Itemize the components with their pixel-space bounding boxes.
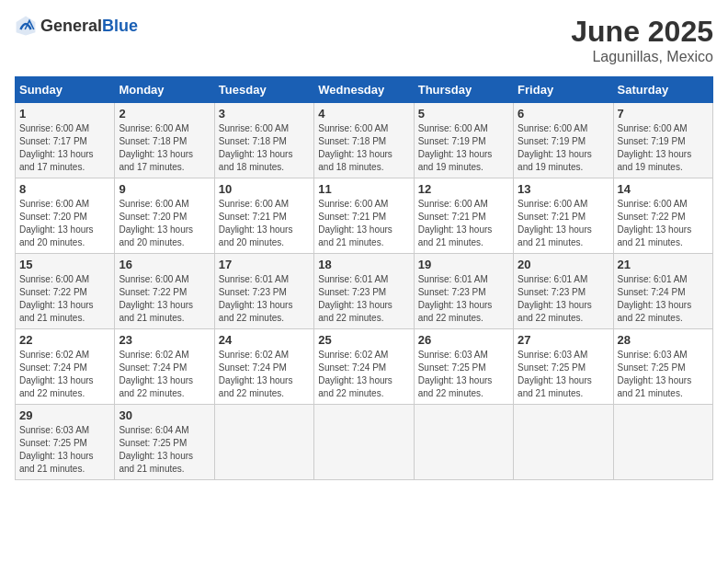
day-info: Sunrise: 6:01 AMSunset: 7:23 PMDaylight:… bbox=[418, 274, 493, 323]
day-number: 11 bbox=[318, 182, 409, 196]
day-info: Sunrise: 6:03 AMSunset: 7:25 PMDaylight:… bbox=[19, 425, 94, 474]
day-number: 12 bbox=[418, 182, 509, 196]
day-number: 28 bbox=[618, 333, 709, 347]
header-monday: Monday bbox=[115, 77, 214, 103]
table-row: 27 Sunrise: 6:03 AMSunset: 7:25 PMDaylig… bbox=[514, 329, 613, 405]
day-number: 1 bbox=[19, 107, 110, 121]
day-info: Sunrise: 6:03 AMSunset: 7:25 PMDaylight:… bbox=[618, 350, 692, 398]
day-number: 29 bbox=[19, 408, 110, 422]
day-number: 18 bbox=[318, 258, 409, 271]
logo: GeneralBlue bbox=[15, 15, 138, 37]
calendar-week-row: 22 Sunrise: 6:02 AMSunset: 7:24 PMDaylig… bbox=[16, 329, 713, 405]
day-info: Sunrise: 6:00 AMSunset: 7:21 PMDaylight:… bbox=[318, 199, 392, 247]
table-row: 1 Sunrise: 6:00 AMSunset: 7:17 PMDayligh… bbox=[16, 103, 115, 178]
day-number: 15 bbox=[19, 258, 110, 271]
day-number: 8 bbox=[19, 182, 110, 196]
table-row: 19 Sunrise: 6:01 AMSunset: 7:23 PMDaylig… bbox=[414, 254, 513, 329]
day-number: 14 bbox=[618, 182, 709, 196]
logo-icon bbox=[15, 15, 37, 37]
day-number: 21 bbox=[618, 258, 709, 271]
day-info: Sunrise: 6:02 AMSunset: 7:24 PMDaylight:… bbox=[119, 350, 193, 398]
calendar-week-row: 15 Sunrise: 6:00 AMSunset: 7:22 PMDaylig… bbox=[16, 254, 713, 329]
table-row bbox=[613, 405, 712, 480]
day-number: 10 bbox=[219, 182, 310, 196]
table-row: 11 Sunrise: 6:00 AMSunset: 7:21 PMDaylig… bbox=[314, 178, 414, 254]
day-info: Sunrise: 6:03 AMSunset: 7:25 PMDaylight:… bbox=[418, 350, 493, 398]
day-info: Sunrise: 6:01 AMSunset: 7:23 PMDaylight:… bbox=[518, 274, 592, 323]
day-number: 2 bbox=[119, 107, 210, 121]
header-saturday: Saturday bbox=[613, 77, 712, 103]
logo-general: General bbox=[40, 17, 102, 35]
day-number: 6 bbox=[518, 107, 609, 121]
logo-blue: Blue bbox=[102, 17, 138, 35]
table-row: 15 Sunrise: 6:00 AMSunset: 7:22 PMDaylig… bbox=[16, 254, 115, 329]
day-info: Sunrise: 6:00 AMSunset: 7:17 PMDaylight:… bbox=[19, 123, 94, 172]
day-info: Sunrise: 6:02 AMSunset: 7:24 PMDaylight:… bbox=[19, 350, 94, 398]
day-number: 27 bbox=[518, 333, 609, 347]
day-number: 23 bbox=[119, 333, 210, 347]
day-number: 17 bbox=[219, 258, 310, 271]
day-info: Sunrise: 6:02 AMSunset: 7:24 PMDaylight:… bbox=[219, 350, 293, 398]
day-number: 3 bbox=[219, 107, 310, 121]
header-thursday: Thursday bbox=[414, 77, 513, 103]
table-row: 6 Sunrise: 6:00 AMSunset: 7:19 PMDayligh… bbox=[514, 103, 613, 178]
day-info: Sunrise: 6:00 AMSunset: 7:18 PMDaylight:… bbox=[119, 123, 193, 172]
table-row: 13 Sunrise: 6:00 AMSunset: 7:21 PMDaylig… bbox=[514, 178, 613, 254]
day-info: Sunrise: 6:00 AMSunset: 7:21 PMDaylight:… bbox=[418, 199, 493, 247]
day-number: 4 bbox=[318, 107, 409, 121]
table-row: 24 Sunrise: 6:02 AMSunset: 7:24 PMDaylig… bbox=[214, 329, 313, 405]
day-number: 24 bbox=[219, 333, 310, 347]
logo-text: GeneralBlue bbox=[40, 17, 138, 36]
day-info: Sunrise: 6:00 AMSunset: 7:19 PMDaylight:… bbox=[518, 123, 592, 172]
day-info: Sunrise: 6:00 AMSunset: 7:20 PMDaylight:… bbox=[119, 199, 193, 247]
table-row: 30 Sunrise: 6:04 AMSunset: 7:25 PMDaylig… bbox=[115, 405, 214, 480]
title-area: June 2025 Lagunillas, Mexico bbox=[571, 15, 713, 65]
calendar-week-row: 1 Sunrise: 6:00 AMSunset: 7:17 PMDayligh… bbox=[16, 103, 713, 178]
calendar-header-row: Sunday Monday Tuesday Wednesday Thursday… bbox=[16, 77, 713, 103]
day-info: Sunrise: 6:00 AMSunset: 7:22 PMDaylight:… bbox=[119, 274, 193, 323]
header-friday: Friday bbox=[514, 77, 613, 103]
day-number: 13 bbox=[518, 182, 609, 196]
table-row bbox=[314, 405, 414, 480]
table-row: 16 Sunrise: 6:00 AMSunset: 7:22 PMDaylig… bbox=[115, 254, 214, 329]
table-row: 10 Sunrise: 6:00 AMSunset: 7:21 PMDaylig… bbox=[214, 178, 313, 254]
day-number: 7 bbox=[618, 107, 709, 121]
table-row bbox=[414, 405, 513, 480]
day-info: Sunrise: 6:00 AMSunset: 7:19 PMDaylight:… bbox=[418, 123, 493, 172]
day-info: Sunrise: 6:00 AMSunset: 7:21 PMDaylight:… bbox=[219, 199, 293, 247]
day-info: Sunrise: 6:01 AMSunset: 7:23 PMDaylight:… bbox=[219, 274, 293, 323]
day-info: Sunrise: 6:00 AMSunset: 7:19 PMDaylight:… bbox=[618, 123, 692, 172]
table-row: 28 Sunrise: 6:03 AMSunset: 7:25 PMDaylig… bbox=[613, 329, 712, 405]
table-row bbox=[214, 405, 313, 480]
page-header: GeneralBlue June 2025 Lagunillas, Mexico bbox=[15, 15, 713, 65]
header-tuesday: Tuesday bbox=[214, 77, 313, 103]
day-info: Sunrise: 6:01 AMSunset: 7:24 PMDaylight:… bbox=[618, 274, 692, 323]
day-number: 9 bbox=[119, 182, 210, 196]
day-number: 30 bbox=[119, 408, 210, 422]
day-number: 20 bbox=[518, 258, 609, 271]
day-info: Sunrise: 6:00 AMSunset: 7:22 PMDaylight:… bbox=[19, 274, 94, 323]
table-row bbox=[514, 405, 613, 480]
day-info: Sunrise: 6:02 AMSunset: 7:24 PMDaylight:… bbox=[318, 350, 392, 398]
calendar-week-row: 8 Sunrise: 6:00 AMSunset: 7:20 PMDayligh… bbox=[16, 178, 713, 254]
day-info: Sunrise: 6:00 AMSunset: 7:21 PMDaylight:… bbox=[518, 199, 592, 247]
table-row: 18 Sunrise: 6:01 AMSunset: 7:23 PMDaylig… bbox=[314, 254, 414, 329]
table-row: 8 Sunrise: 6:00 AMSunset: 7:20 PMDayligh… bbox=[16, 178, 115, 254]
table-row: 17 Sunrise: 6:01 AMSunset: 7:23 PMDaylig… bbox=[214, 254, 313, 329]
table-row: 25 Sunrise: 6:02 AMSunset: 7:24 PMDaylig… bbox=[314, 329, 414, 405]
table-row: 2 Sunrise: 6:00 AMSunset: 7:18 PMDayligh… bbox=[115, 103, 214, 178]
day-number: 22 bbox=[19, 333, 110, 347]
day-info: Sunrise: 6:04 AMSunset: 7:25 PMDaylight:… bbox=[119, 425, 193, 474]
table-row: 5 Sunrise: 6:00 AMSunset: 7:19 PMDayligh… bbox=[414, 103, 513, 178]
header-sunday: Sunday bbox=[16, 77, 115, 103]
header-wednesday: Wednesday bbox=[314, 77, 414, 103]
day-number: 25 bbox=[318, 333, 409, 347]
table-row: 22 Sunrise: 6:02 AMSunset: 7:24 PMDaylig… bbox=[16, 329, 115, 405]
day-number: 5 bbox=[418, 107, 509, 121]
calendar-table: Sunday Monday Tuesday Wednesday Thursday… bbox=[15, 76, 713, 480]
table-row: 26 Sunrise: 6:03 AMSunset: 7:25 PMDaylig… bbox=[414, 329, 513, 405]
day-info: Sunrise: 6:00 AMSunset: 7:18 PMDaylight:… bbox=[219, 123, 293, 172]
day-info: Sunrise: 6:00 AMSunset: 7:22 PMDaylight:… bbox=[618, 199, 692, 247]
calendar-week-row: 29 Sunrise: 6:03 AMSunset: 7:25 PMDaylig… bbox=[16, 405, 713, 480]
day-info: Sunrise: 6:00 AMSunset: 7:18 PMDaylight:… bbox=[318, 123, 392, 172]
